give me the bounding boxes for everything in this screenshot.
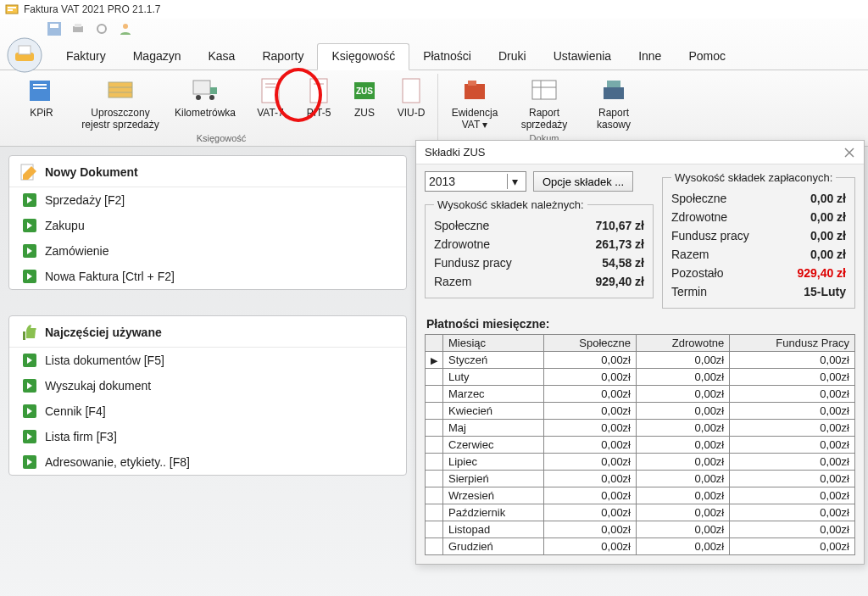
kpir-button[interactable]: KPiR xyxy=(12,74,71,131)
kv-value: 15-Luty xyxy=(804,285,846,298)
svg-rect-11 xyxy=(19,46,31,54)
due-legend: Wysokość składek należnych: xyxy=(434,198,587,211)
monthly-label: Płatności miesięczne: xyxy=(426,317,855,331)
kv-value: 54,58 zł xyxy=(602,256,644,270)
tab-inne[interactable]: Inne xyxy=(625,44,675,70)
uproszczony-button[interactable]: Uproszczony rejestr sprzedaży xyxy=(81,74,159,131)
panel-item[interactable]: Nowa Faktura [Ctrl + F2] xyxy=(9,264,406,289)
book-icon xyxy=(26,75,57,106)
cell-spoleczne: 0,00zł xyxy=(543,386,636,403)
ewidencja-vat-button[interactable]: Ewidencja VAT ▾ xyxy=(445,74,504,131)
row-pointer xyxy=(426,454,443,471)
tab-druki[interactable]: Druki xyxy=(485,44,540,70)
raport-kasowy-button[interactable]: Raport kasowy xyxy=(584,74,643,131)
th: Miesiąc xyxy=(443,335,544,352)
row-pointer xyxy=(426,386,443,403)
table-row[interactable]: Kwiecień 0,00zł 0,00zł 0,00zł xyxy=(426,403,855,420)
panel-new-document: Nowy Dokument Sprzedaży [F2]ZakupuZamówi… xyxy=(8,155,407,290)
tab-ksiegowosc[interactable]: Księgowość xyxy=(317,43,409,70)
vat7-button[interactable]: VAT-7 xyxy=(251,74,290,131)
zus-dialog: Składki ZUS 2013 ▾ Opcje składek ... Wys… xyxy=(415,140,865,565)
cell-month: Maj xyxy=(443,420,544,437)
table-row[interactable]: ▶ Styczeń 0,00zł 0,00zł 0,00zł xyxy=(426,352,855,369)
register-icon xyxy=(105,75,136,106)
kv-value: 0,00 zł xyxy=(810,210,846,224)
cell-month: Luty xyxy=(443,369,544,386)
document-pencil-icon xyxy=(19,163,38,181)
kv-row: Razem929,40 zł xyxy=(434,272,644,291)
pit5-button[interactable]: PIT-5 xyxy=(300,74,337,131)
svg-point-20 xyxy=(196,95,201,100)
app-icon xyxy=(5,3,19,16)
svg-rect-32 xyxy=(532,81,556,99)
kilometrowka-button[interactable]: Kilometrówka xyxy=(170,74,241,131)
cell-zdrowotne: 0,00zł xyxy=(637,454,730,471)
form-icon xyxy=(396,75,426,106)
tab-ustawienia[interactable]: Ustawienia xyxy=(540,44,625,70)
row-pointer xyxy=(426,538,443,555)
row-pointer xyxy=(426,369,443,386)
svg-point-21 xyxy=(209,95,214,100)
table-row[interactable]: Październik 0,00zł 0,00zł 0,00zł xyxy=(426,504,855,521)
tab-pomoc[interactable]: Pomoc xyxy=(675,44,739,70)
table-row[interactable]: Wrzesień 0,00zł 0,00zł 0,00zł xyxy=(426,487,855,504)
ribbon: Faktury Magazyn Kasa Raporty Księgowość … xyxy=(0,19,868,147)
cell-zdrowotne: 0,00zł xyxy=(637,403,730,420)
save-icon[interactable] xyxy=(47,22,61,36)
kv-row: Zdrowotne0,00 zł xyxy=(671,208,846,226)
table-row[interactable]: Czerwiec 0,00zł 0,00zł 0,00zł xyxy=(426,437,855,454)
form-icon xyxy=(303,75,334,106)
svg-text:ZUS: ZUS xyxy=(356,86,373,96)
tab-faktury[interactable]: Faktury xyxy=(53,44,120,70)
panel-item[interactable]: Lista firm [F3] xyxy=(9,424,406,449)
table-row[interactable]: Grudzień 0,00zł 0,00zł 0,00zł xyxy=(426,538,855,555)
table-row[interactable]: Maj 0,00zł 0,00zł 0,00zł xyxy=(426,420,855,437)
options-button[interactable]: Opcje składek ... xyxy=(533,171,633,192)
year-select[interactable]: 2013 ▾ xyxy=(425,171,526,192)
btn-label: VAT-7 xyxy=(257,108,284,120)
tab-platnosci[interactable]: Płatności xyxy=(409,44,485,70)
monthly-table[interactable]: MiesiącSpołeczneZdrowotneFundusz Pracy ▶… xyxy=(425,334,855,555)
cell-zdrowotne: 0,00zł xyxy=(637,471,730,487)
user-icon[interactable] xyxy=(119,22,132,36)
viud-button[interactable]: VIU-D xyxy=(392,74,431,131)
paid-legend: Wysokość składek zapłaconych: xyxy=(671,171,836,184)
cell-spoleczne: 0,00zł xyxy=(543,521,636,538)
kv-row: Społeczne0,00 zł xyxy=(671,189,846,208)
panel-item[interactable]: Adresowanie, etykiety.. [F8] xyxy=(9,449,406,475)
svg-rect-30 xyxy=(465,84,485,99)
settings-icon[interactable] xyxy=(95,22,108,36)
cell-spoleczne: 0,00zł xyxy=(543,403,636,420)
tab-kasa[interactable]: Kasa xyxy=(195,44,249,70)
row-pointer xyxy=(426,403,443,420)
cell-month: Sierpień xyxy=(443,471,544,487)
svg-rect-35 xyxy=(604,87,624,99)
tab-raporty[interactable]: Raporty xyxy=(248,44,317,70)
panel-item[interactable]: Zakupu xyxy=(9,213,406,238)
th: Społeczne xyxy=(543,335,636,352)
arrow-right-icon xyxy=(23,379,36,393)
panel-item[interactable]: Cennik [F4] xyxy=(9,398,406,424)
svg-rect-13 xyxy=(33,84,47,86)
panel-item[interactable]: Lista dokumentów [F5] xyxy=(9,348,406,373)
app-logo xyxy=(7,37,42,73)
svg-rect-29 xyxy=(403,79,420,103)
panel-item[interactable]: Wyszukaj dokument xyxy=(9,373,406,398)
zus-button[interactable]: ZUS ZUS xyxy=(348,74,381,131)
cell-spoleczne: 0,00zł xyxy=(543,352,636,369)
panel-item[interactable]: Zamówienie xyxy=(9,238,406,264)
cell-fundusz: 0,00zł xyxy=(730,487,855,504)
zus-icon: ZUS xyxy=(349,75,380,106)
table-row[interactable]: Luty 0,00zł 0,00zł 0,00zł xyxy=(426,369,855,386)
table-row[interactable]: Sierpień 0,00zł 0,00zł 0,00zł xyxy=(426,471,855,487)
table-row[interactable]: Listopad 0,00zł 0,00zł 0,00zł xyxy=(426,521,855,538)
arrow-right-icon xyxy=(23,193,36,207)
raport-sprzedazy-button[interactable]: Raport sprzedaży xyxy=(515,74,574,131)
panel-item[interactable]: Sprzedaży [F2] xyxy=(9,187,406,213)
close-icon[interactable] xyxy=(843,147,855,159)
cell-month: Grudzień xyxy=(443,538,544,555)
print-icon[interactable] xyxy=(71,22,85,36)
table-row[interactable]: Marzec 0,00zł 0,00zł 0,00zł xyxy=(426,386,855,403)
tab-magazyn[interactable]: Magazyn xyxy=(120,44,195,70)
table-row[interactable]: Lipiec 0,00zł 0,00zł 0,00zł xyxy=(426,454,855,471)
